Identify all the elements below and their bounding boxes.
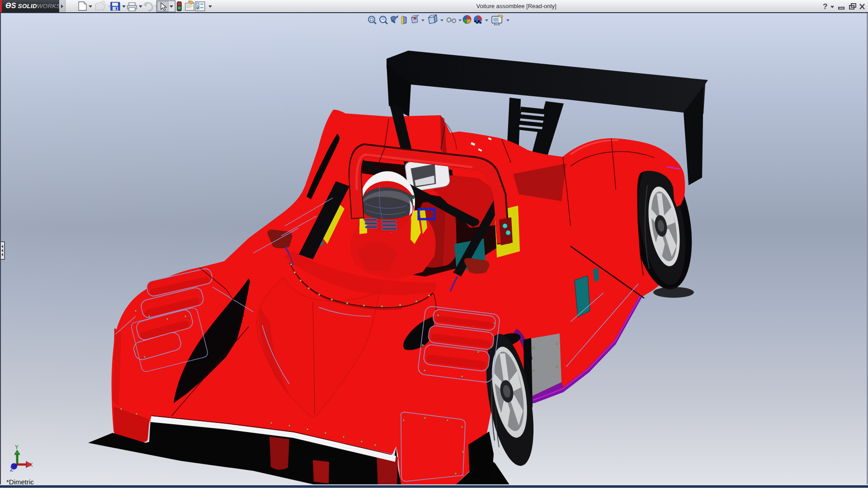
svg-text:?: ? bbox=[823, 2, 827, 11]
svg-text:Y: Y bbox=[15, 444, 19, 451]
svg-text:Z: Z bbox=[10, 466, 14, 473]
svg-text:X: X bbox=[29, 462, 33, 469]
